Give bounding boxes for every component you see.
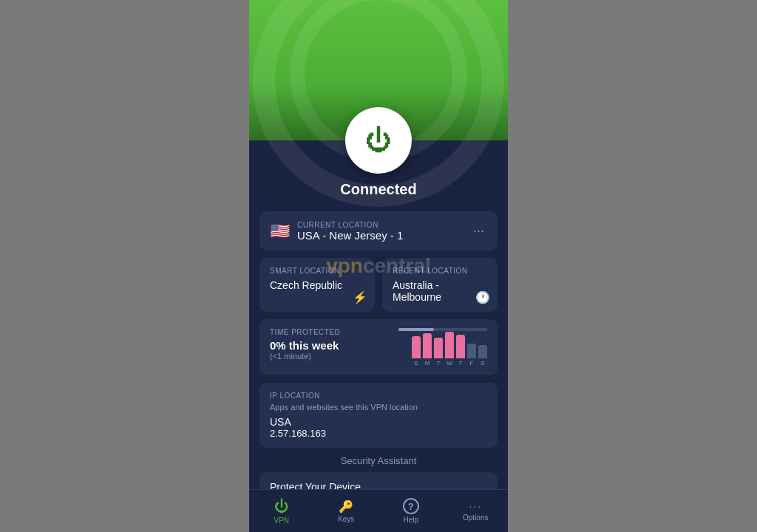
vpn-nav-label: VPN xyxy=(274,516,289,525)
options-nav-label: Options xyxy=(463,514,488,522)
bar-W xyxy=(445,332,454,358)
bar-day-S: S xyxy=(481,360,484,366)
power-icon: ⏻ xyxy=(365,127,392,154)
ip-country: USA xyxy=(270,416,487,428)
bar-day-W: W xyxy=(447,360,452,366)
current-location-name: USA - New Jersey - 1 xyxy=(297,229,463,242)
help-nav-icon: ? xyxy=(403,498,419,514)
bar-M xyxy=(423,333,432,358)
bar-S xyxy=(478,345,487,358)
bar-F xyxy=(467,344,476,358)
smart-location-label: Smart Location xyxy=(270,267,364,275)
recent-location-label: Recent Location xyxy=(393,267,487,275)
bar-day-F: F xyxy=(470,360,474,366)
bar-day-T: T xyxy=(459,360,463,366)
ip-location-label: IP Location xyxy=(270,392,487,400)
bar-wrap-W: W xyxy=(445,332,454,366)
ip-location-desc: Apps and websites see this VPN location xyxy=(270,403,487,412)
time-info: Time Protected 0% this week (<1 minute) xyxy=(270,328,391,361)
bar-wrap-T: T xyxy=(434,338,443,366)
ip-location-card: IP Location Apps and websites see this V… xyxy=(259,383,498,448)
current-location-card[interactable]: 🇺🇸 Current Location USA - New Jersey - 1… xyxy=(259,211,498,250)
bar-wrap-S: S xyxy=(412,336,421,366)
ip-address: 2.57.168.163 xyxy=(270,428,487,439)
usa-flag: 🇺🇸 xyxy=(270,222,290,241)
smart-location-card[interactable]: Smart Location Czech Republic ⚡ xyxy=(259,258,375,312)
recent-location-value: Australia - Melbourne xyxy=(393,279,487,303)
location-info: Current Location USA - New Jersey - 1 xyxy=(297,221,463,242)
bottom-nav: ⏻ VPN 🔑 Keys ? Help ··· Options xyxy=(249,489,508,532)
bar-day-S: S xyxy=(414,360,418,366)
options-nav-icon: ··· xyxy=(469,500,482,512)
nav-options[interactable]: ··· Options xyxy=(444,496,509,526)
security-assistant-label: Security Assistant xyxy=(259,455,498,466)
recent-location-card[interactable]: Recent Location Australia - Melbourne 🕐 xyxy=(382,258,498,312)
chart-progress-fill xyxy=(398,328,434,331)
bolt-icon: ⚡ xyxy=(353,290,367,304)
nav-keys[interactable]: 🔑 Keys xyxy=(314,495,379,528)
keys-nav-label: Keys xyxy=(338,515,354,523)
app-container: ⏻ Connected 🇺🇸 Current Location USA - Ne… xyxy=(249,0,508,532)
time-percent: 0% this week xyxy=(270,339,391,352)
smart-location-value: Czech Republic xyxy=(270,279,364,291)
bar-S xyxy=(412,336,421,358)
bar-wrap-T: T xyxy=(456,335,465,366)
bar-wrap-F: F xyxy=(467,344,476,366)
time-protected-label: Time Protected xyxy=(270,328,391,336)
bar-wrap-M: M xyxy=(423,333,432,366)
bar-wrap-S: S xyxy=(478,345,487,366)
bar-day-M: M xyxy=(425,360,430,366)
power-button[interactable]: ⏻ xyxy=(345,107,412,174)
clock-icon: 🕐 xyxy=(475,290,490,304)
keys-nav-icon: 🔑 xyxy=(339,499,353,514)
chart-area: SMTWTFS xyxy=(398,328,487,366)
more-options-button[interactable]: ··· xyxy=(470,220,487,242)
bar-T xyxy=(434,338,443,358)
bar-chart: SMTWTFS xyxy=(412,337,487,366)
help-nav-label: Help xyxy=(403,516,418,524)
chart-progress-bar xyxy=(398,328,487,331)
time-protected-card: Time Protected 0% this week (<1 minute) … xyxy=(259,319,498,375)
bar-T xyxy=(456,335,465,358)
location-cards-row: Smart Location Czech Republic ⚡ Recent L… xyxy=(259,258,498,312)
vpn-nav-icon: ⏻ xyxy=(274,498,289,515)
nav-vpn[interactable]: ⏻ VPN xyxy=(249,494,314,529)
current-location-label: Current Location xyxy=(297,221,463,229)
time-sub: (<1 minute) xyxy=(270,352,391,361)
nav-help[interactable]: ? Help xyxy=(378,494,444,528)
header-bg: ⏻ xyxy=(249,0,508,140)
bar-day-T: T xyxy=(437,360,441,366)
